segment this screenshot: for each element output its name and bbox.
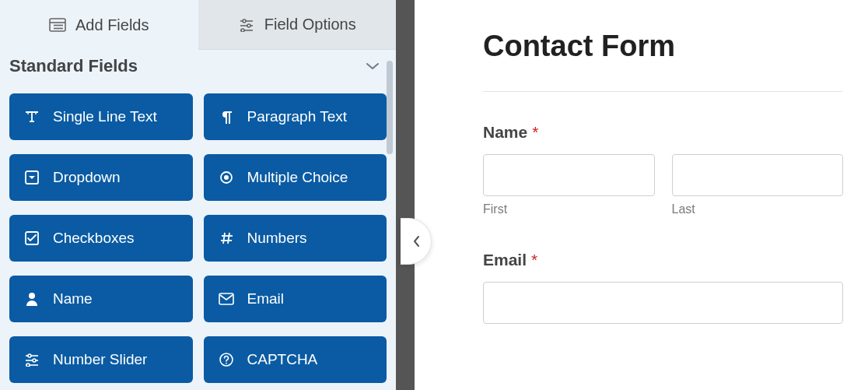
last-name-sublabel: Last [672, 202, 844, 216]
field-palette-panel: Add Fields Field Options Standard Fields… [0, 0, 396, 390]
svg-point-19 [29, 293, 35, 299]
form-icon [49, 16, 66, 33]
chevron-left-icon [412, 234, 420, 248]
scrollbar-thumb[interactable] [387, 61, 393, 154]
field-label: Paragraph Text [247, 108, 348, 125]
field-single-line-text[interactable]: Single Line Text [9, 93, 193, 140]
field-name[interactable]: Name [9, 276, 193, 322]
svg-line-18 [228, 233, 229, 244]
paragraph-icon [218, 108, 235, 125]
label-text: Name [483, 123, 527, 141]
field-label: Number Slider [53, 351, 147, 368]
field-captcha[interactable]: CAPTCHA [204, 336, 387, 383]
hash-icon [218, 230, 235, 247]
tabs: Add Fields Field Options [0, 0, 396, 50]
svg-point-22 [28, 354, 31, 357]
tab-add-fields[interactable]: Add Fields [0, 0, 198, 50]
svg-point-28 [226, 363, 227, 364]
field-label-email: Email* [483, 251, 843, 269]
svg-point-26 [26, 364, 30, 367]
first-name-sublabel: First [483, 202, 655, 216]
field-block-name[interactable]: Name* First Last [483, 123, 843, 216]
label-text: Email [483, 251, 527, 269]
tab-field-options[interactable]: Field Options [198, 0, 397, 50]
field-dropdown[interactable]: Dropdown [9, 154, 193, 201]
field-label-name: Name* [483, 123, 843, 142]
svg-point-24 [33, 359, 36, 362]
fields-grid: Single Line Text Paragraph Text Dropdown… [0, 79, 396, 383]
field-label: Dropdown [53, 169, 121, 186]
field-email[interactable]: Email [204, 276, 387, 322]
field-label: Email [247, 290, 285, 307]
collapse-panel-button[interactable] [401, 218, 432, 265]
section-header[interactable]: Standard Fields [0, 50, 396, 79]
chevron-down-icon[interactable] [363, 57, 382, 76]
dropdown-icon [23, 169, 40, 186]
last-name-input[interactable] [672, 154, 844, 196]
svg-point-7 [247, 24, 250, 27]
svg-line-17 [223, 233, 225, 244]
person-icon [23, 290, 40, 307]
email-input[interactable] [483, 282, 843, 324]
sliders-icon [238, 16, 255, 33]
svg-point-5 [243, 19, 246, 23]
field-label: CAPTCHA [247, 351, 318, 368]
field-number-slider[interactable]: Number Slider [9, 336, 193, 383]
panel-gutter [396, 0, 436, 390]
tab-field-options-label: Field Options [264, 16, 356, 33]
field-block-email[interactable]: Email* [483, 251, 843, 324]
required-indicator: * [532, 123, 538, 141]
field-numbers[interactable]: Numbers [204, 215, 387, 262]
section-title: Standard Fields [9, 56, 138, 76]
first-name-input[interactable] [483, 154, 655, 196]
field-label: Multiple Choice [247, 169, 348, 186]
question-icon [218, 351, 235, 368]
svg-point-13 [224, 175, 229, 180]
field-label: Numbers [247, 230, 307, 247]
field-label: Name [53, 290, 93, 307]
form-title[interactable]: Contact Form [483, 30, 843, 92]
checkbox-icon [23, 230, 40, 247]
form-preview: Contact Form Name* First Last Email* [436, 0, 868, 390]
tab-add-fields-label: Add Fields [75, 16, 149, 34]
field-label: Checkboxes [53, 230, 135, 247]
svg-point-9 [241, 29, 244, 32]
radio-icon [218, 169, 235, 186]
required-indicator: * [531, 251, 537, 269]
scrollbar[interactable] [385, 51, 394, 388]
field-multiple-choice[interactable]: Multiple Choice [204, 154, 387, 201]
field-label: Single Line Text [53, 108, 157, 125]
svg-point-27 [220, 353, 233, 366]
text-icon [23, 108, 40, 125]
field-checkboxes[interactable]: Checkboxes [9, 215, 193, 262]
field-paragraph-text[interactable]: Paragraph Text [204, 93, 387, 140]
envelope-icon [218, 290, 235, 307]
sliders-icon [23, 351, 40, 368]
